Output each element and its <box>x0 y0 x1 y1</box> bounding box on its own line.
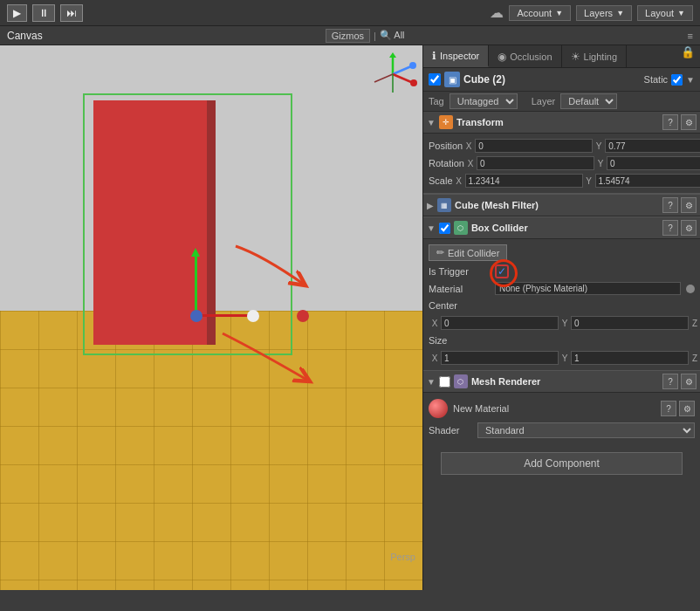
cz-label: Z <box>689 319 700 328</box>
center-x-input[interactable] <box>441 316 559 330</box>
position-y-input[interactable] <box>605 139 700 153</box>
play-button[interactable]: ▶ <box>7 4 27 22</box>
center-y-item: Y <box>559 316 689 330</box>
add-component-button[interactable]: Add Component <box>441 452 683 475</box>
red-dot <box>297 310 309 322</box>
mesh-filter-help-button[interactable]: ? <box>662 197 678 213</box>
inspector-tab-icon: ℹ <box>432 50 436 62</box>
transform-menu-button[interactable]: ⚙ <box>681 114 697 130</box>
canvas-label: Canvas <box>7 30 43 42</box>
center-xyz-row: X Y Z <box>423 314 700 332</box>
edit-collider-button[interactable]: ✏ Edit Collider <box>429 244 507 261</box>
material-help-button[interactable]: ? <box>661 401 676 416</box>
mesh-renderer-header[interactable]: ▼ ⬡ Mesh Renderer ? ⚙ <box>423 370 700 393</box>
object-active-checkbox[interactable] <box>429 73 441 86</box>
sx-label: X <box>453 176 465 186</box>
tag-layer-row: Tag Untagged Layer Default <box>423 92 700 112</box>
annotation-arrow-2 <box>223 333 227 338</box>
tab-lighting[interactable]: ☀ Lighting <box>562 45 628 67</box>
separator: | <box>374 31 376 41</box>
layer-select[interactable]: Default <box>560 93 617 109</box>
door-edge <box>207 100 216 345</box>
static-checkbox[interactable] <box>671 74 683 86</box>
pause-button[interactable]: ⏸ <box>32 4 55 22</box>
ry-label: Y <box>594 159 607 168</box>
all-filter[interactable]: 🔍 All <box>380 30 405 41</box>
rotation-x-input[interactable] <box>477 156 594 170</box>
layers-label: Layers <box>584 8 613 18</box>
step-button[interactable]: ⏭ <box>60 4 83 22</box>
box-collider-section: ▼ ⬡ Box Collider ? ⚙ ✏ Edit Collider <box>423 216 700 370</box>
layers-dropdown[interactable]: Layers ▼ <box>576 5 632 21</box>
sizez-label: Z <box>689 354 700 363</box>
transform-header[interactable]: ▼ ✛ Transform ? ⚙ <box>423 112 700 134</box>
material-dot <box>686 285 695 293</box>
layout-label: Layout <box>645 8 674 18</box>
material-menu-button[interactable]: ⚙ <box>679 401 695 416</box>
checkmark-icon: ✓ <box>498 265 506 278</box>
box-collider-header[interactable]: ▼ ⬡ Box Collider ? ⚙ <box>423 216 700 239</box>
mesh-renderer-expand-icon: ▼ <box>427 377 436 387</box>
collider-active-checkbox[interactable] <box>439 223 450 234</box>
static-label: Static <box>644 74 669 85</box>
scene-view[interactable]: Persp <box>0 45 422 590</box>
shader-row: Shader Standard <box>423 421 700 440</box>
size-section-label-row: Size <box>423 332 700 349</box>
scale-x-input[interactable] <box>465 174 583 188</box>
tag-select[interactable]: Untagged <box>450 93 518 109</box>
tab-occlusion[interactable]: ◉ Occlusion <box>489 45 561 67</box>
account-dropdown[interactable]: Account ▼ <box>509 5 571 21</box>
scale-y-input[interactable] <box>595 174 700 188</box>
transform-title: Transform <box>456 117 659 127</box>
add-component-section: Add Component <box>423 443 700 484</box>
annotation-arrow-1 <box>236 246 240 251</box>
account-arrow-icon: ▼ <box>555 9 563 17</box>
main-area: Persp <box>0 45 700 590</box>
scale-xyz: X Y Z <box>453 174 700 188</box>
size-y-input[interactable] <box>571 351 689 365</box>
center-z-item: Z <box>689 316 700 330</box>
center-y-input[interactable] <box>571 316 689 330</box>
scale-row: Scale X Y Z <box>423 172 700 189</box>
mesh-filter-title: Cube (Mesh Filter) <box>455 200 659 210</box>
mesh-filter-menu-button[interactable]: ⚙ <box>681 197 697 213</box>
rotation-y-item: Y <box>594 156 700 170</box>
inspector-tab-label: Inspector <box>440 51 479 61</box>
scale-y-item: Y <box>583 174 700 188</box>
lighting-tab-label: Lighting <box>584 51 618 62</box>
transform-help-button[interactable]: ? <box>662 114 678 130</box>
mesh-renderer-active-checkbox[interactable] <box>439 376 450 388</box>
edit-collider-icon: ✏ <box>436 247 444 258</box>
tab-inspector[interactable]: ℹ Inspector <box>423 45 489 67</box>
gizmos-button[interactable]: Gizmos <box>326 29 370 43</box>
material-input[interactable] <box>495 282 681 295</box>
inspector-tabs: ℹ Inspector ◉ Occlusion ☀ Lighting 🔒 <box>423 45 700 68</box>
svg-marker-1 <box>389 52 396 58</box>
origin-dot-blue <box>190 310 202 322</box>
mesh-renderer-help-button[interactable]: ? <box>662 374 678 389</box>
shader-select[interactable]: Standard <box>477 422 695 438</box>
rotation-y-input[interactable] <box>607 156 700 170</box>
mesh-renderer-menu-button[interactable]: ⚙ <box>681 374 697 389</box>
size-z-item: Z <box>689 351 700 365</box>
position-x-input[interactable] <box>475 139 593 153</box>
svg-line-2 <box>393 66 411 74</box>
size-x-input[interactable] <box>441 351 559 365</box>
door-area <box>83 93 292 355</box>
collider-help-button[interactable]: ? <box>662 220 678 236</box>
layout-dropdown[interactable]: Layout ▼ <box>637 5 693 21</box>
mesh-filter-header[interactable]: ▶ ▦ Cube (Mesh Filter) ? ⚙ <box>423 193 700 216</box>
static-dropdown-arrow[interactable]: ▼ <box>686 75 695 85</box>
mesh-renderer-title: Mesh Renderer <box>471 376 659 387</box>
scene-canvas[interactable]: Persp <box>0 45 422 590</box>
mesh-renderer-buttons: ? ⚙ <box>662 374 697 389</box>
lock-button[interactable]: 🔒 <box>676 45 700 67</box>
gizmo-widget <box>369 51 417 99</box>
cloud-icon: ☁ <box>490 4 504 21</box>
transform-body: Position X Y Z <box>423 134 700 193</box>
collider-icon: ⬡ <box>454 221 468 235</box>
cx-label: X <box>429 319 441 328</box>
is-trigger-checkbox[interactable]: ✓ <box>495 264 509 278</box>
minimize-icon[interactable]: ≡ <box>688 31 693 41</box>
collider-menu-button[interactable]: ⚙ <box>681 220 697 236</box>
